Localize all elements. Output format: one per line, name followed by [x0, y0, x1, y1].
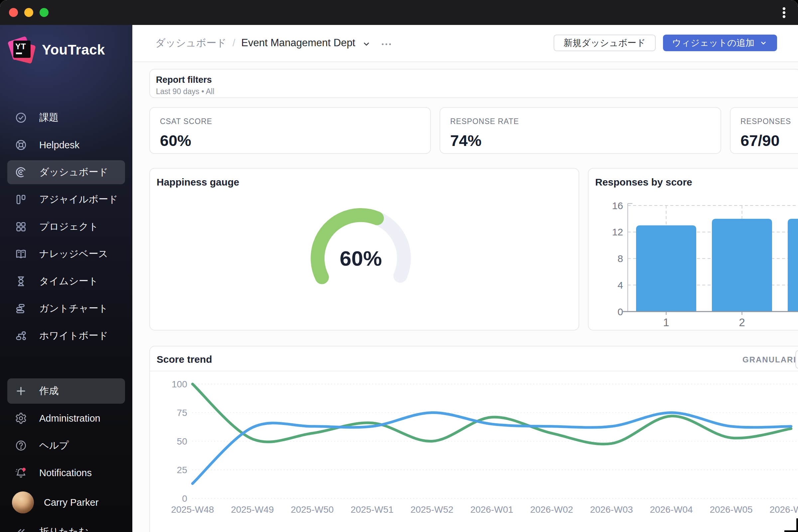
plus-icon	[15, 385, 27, 397]
chevron-down-icon[interactable]	[361, 39, 372, 49]
svg-text:4: 4	[618, 280, 623, 291]
chevron-down-icon	[759, 39, 768, 47]
bell-icon	[15, 467, 27, 479]
minimize-window-button[interactable]	[24, 8, 33, 17]
sidebar-nav: 課題 Helpdesk ダッシュボード アジャイルボード	[0, 104, 132, 349]
app-title: YouTrack	[42, 42, 105, 58]
kpi-label: RESPONSE RATE	[450, 117, 710, 126]
svg-text:2025-W52: 2025-W52	[410, 505, 453, 515]
dashboard-spiral-icon	[15, 166, 27, 178]
sidebar-item-label: タイムシート	[39, 274, 98, 288]
lifebuoy-icon	[15, 139, 27, 151]
report-filters-title: Report filters	[156, 75, 794, 85]
window-menu-kebab-icon[interactable]	[780, 6, 788, 19]
svg-text:2025-W50: 2025-W50	[291, 505, 334, 515]
administration-label: Administration	[39, 413, 100, 424]
happiness-gauge-widget: Happiness gauge 60%	[149, 168, 579, 330]
sidebar-item-administration[interactable]: Administration	[0, 405, 132, 432]
add-widget-button[interactable]: ウィジェットの追加	[663, 35, 777, 51]
svg-text:2025-W48: 2025-W48	[171, 505, 214, 515]
kpi-label: RESPONSES	[740, 117, 798, 126]
create-button[interactable]: 作成	[0, 377, 132, 405]
svg-text:2026-W05: 2026-W05	[709, 505, 753, 515]
sidebar-item-agile-boards[interactable]: アジャイルボード	[0, 186, 132, 213]
sidebar-item-help[interactable]: ヘルプ	[0, 432, 132, 459]
sidebar-item-user-profile[interactable]: Carry Parker	[0, 487, 132, 518]
breadcrumb: ダッシュボード / Event Management Dept	[155, 25, 393, 61]
svg-text:2026-W01: 2026-W01	[470, 505, 513, 515]
knowledge-book-icon	[15, 248, 27, 260]
kpi-value: 74%	[450, 131, 710, 150]
responses-by-score-chart: 0481216123	[589, 169, 798, 330]
svg-text:8: 8	[618, 253, 623, 264]
new-dashboard-button[interactable]: 新規ダッシュボード	[554, 35, 656, 51]
user-avatar	[12, 491, 34, 513]
zoom-window-button[interactable]	[40, 8, 49, 17]
more-options-icon[interactable]	[380, 39, 393, 49]
svg-text:2026-W02: 2026-W02	[530, 505, 573, 515]
agile-board-icon	[15, 193, 27, 206]
report-filters-card[interactable]: Report filters Last 90 days • All	[149, 69, 798, 98]
notification-dot	[22, 468, 25, 471]
close-window-button[interactable]	[9, 8, 18, 17]
report-filters-summary: Last 90 days • All	[156, 87, 794, 96]
score-trend-widget: Score trend GRANULARITY 02550751002025-W…	[149, 346, 798, 532]
sidebar-item-gantt-charts[interactable]: ガントチャート	[0, 295, 132, 322]
svg-text:0: 0	[182, 493, 187, 504]
breadcrumb-current-dashboard[interactable]: Event Management Dept	[241, 37, 356, 49]
sidebar-item-label: ダッシュボード	[39, 166, 108, 179]
double-chevron-left-icon	[15, 526, 27, 532]
gantt-bars-icon	[15, 302, 27, 315]
sidebar-item-timesheets[interactable]: タイムシート	[0, 268, 132, 295]
kpi-value: 67/90	[740, 131, 798, 150]
user-name: Carry Parker	[44, 497, 98, 508]
kpi-card-response-rate: RESPONSE RATE 74%	[440, 107, 721, 154]
topbar-actions: 新規ダッシュボード ウィジェットの追加	[554, 25, 777, 61]
sidebar-item-issues[interactable]: 課題	[0, 104, 132, 131]
logo-badge: YT	[15, 42, 26, 51]
svg-text:2025-W51: 2025-W51	[350, 505, 393, 515]
svg-text:2026-W03: 2026-W03	[590, 505, 633, 515]
add-widget-label: ウィジェットの追加	[672, 37, 755, 49]
responses-by-score-widget: Responses by score 0481216123	[588, 168, 798, 330]
svg-text:50: 50	[177, 436, 187, 446]
youtrack-logo-icon: YT	[8, 37, 35, 63]
svg-text:16: 16	[612, 200, 623, 211]
sidebar-item-whiteboards[interactable]: ホワイトボード	[0, 322, 132, 349]
create-label: 作成	[39, 384, 58, 398]
sidebar-item-label: ホワイトボード	[39, 329, 108, 342]
check-circle-icon	[15, 111, 27, 124]
svg-text:1: 1	[663, 316, 669, 328]
app-logo[interactable]: YT YouTrack	[8, 36, 105, 64]
sidebar-item-projects[interactable]: プロジェクト	[0, 213, 132, 241]
sidebar-footer: 作成 Administration ヘルプ Notifications	[0, 377, 132, 532]
collapse-label: 折りたたむ	[39, 525, 89, 532]
sidebar-item-label: アジャイルボード	[39, 193, 118, 206]
happiness-gauge-chart: 60%	[150, 169, 578, 330]
app-window: YT YouTrack 課題 Helpdesk	[0, 0, 798, 532]
sidebar-item-knowledge-base[interactable]: ナレッジベース	[0, 241, 132, 268]
svg-text:2026-W06: 2026-W06	[770, 505, 798, 515]
sidebar-item-label: ガントチャート	[39, 302, 108, 315]
hourglass-icon	[15, 275, 27, 288]
resize-corner	[784, 518, 798, 532]
svg-text:2: 2	[739, 316, 745, 328]
kpi-value: 60%	[160, 131, 420, 150]
score-trend-chart: 02550751002025-W482025-W492025-W502025-W…	[150, 346, 798, 532]
sidebar-item-label: ナレッジベース	[39, 247, 108, 261]
sidebar-item-dashboards[interactable]: ダッシュボード	[0, 158, 132, 186]
projects-grid-icon	[15, 221, 27, 233]
sidebar-item-collapse[interactable]: 折りたたむ	[0, 518, 132, 532]
svg-text:75: 75	[177, 407, 187, 418]
breadcrumb-dashboards-link[interactable]: ダッシュボード	[155, 36, 226, 50]
notifications-label: Notifications	[39, 468, 92, 478]
svg-text:100: 100	[172, 379, 187, 390]
whiteboard-nodes-icon	[15, 329, 27, 342]
svg-text:60%: 60%	[340, 247, 382, 270]
sidebar-item-label: 課題	[39, 111, 58, 125]
kpi-card-csat-score: CSAT SCORE 60%	[149, 107, 431, 154]
sidebar: YT YouTrack 課題 Helpdesk	[0, 25, 132, 532]
breadcrumb-separator: /	[232, 37, 235, 49]
sidebar-item-helpdesk[interactable]: Helpdesk	[0, 131, 132, 158]
sidebar-item-notifications[interactable]: Notifications	[0, 459, 132, 487]
